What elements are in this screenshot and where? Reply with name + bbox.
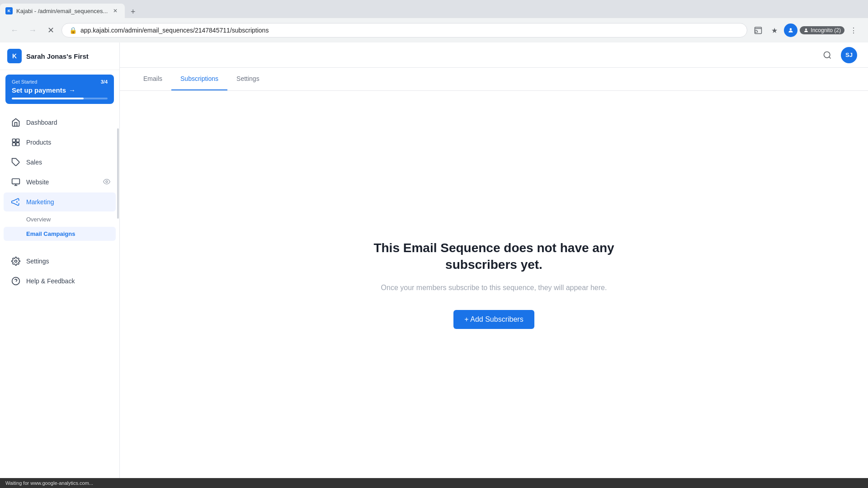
sidebar-item-settings[interactable]: Settings: [4, 252, 116, 271]
empty-state: This Email Sequence does not have any su…: [120, 91, 868, 478]
eye-icon: [103, 178, 110, 187]
incognito-profile[interactable]: [784, 23, 797, 37]
help-icon: [11, 276, 21, 286]
status-text: Waiting for www.google-analytics.com...: [5, 480, 93, 486]
top-nav: SJ: [120, 42, 868, 68]
empty-state-title: This Email Sequence does not have any su…: [359, 240, 630, 273]
add-subscribers-button[interactable]: + Add Subscribers: [453, 310, 534, 329]
svg-point-15: [824, 52, 830, 57]
empty-state-description: Once your members subscribe to this sequ…: [381, 282, 607, 294]
sidebar-subitem-label: Overview: [26, 216, 51, 223]
progress-bar: [12, 98, 108, 99]
sidebar-item-label: Dashboard: [26, 119, 57, 126]
url-text: app.kajabi.com/admin/email_sequences/214…: [80, 27, 740, 34]
forward-button[interactable]: →: [25, 23, 40, 38]
progress-fill: [12, 98, 84, 99]
sidebar-item-label: Website: [26, 178, 49, 186]
main-content: SJ Emails Subscriptions Settings This Em…: [120, 42, 868, 478]
browser-chrome: K Kajabi - /admin/email_sequences... ✕ +…: [0, 0, 868, 42]
bookmark-icon[interactable]: ★: [767, 23, 782, 38]
monitor-icon: [11, 177, 21, 187]
svg-point-2: [805, 28, 807, 30]
url-bar[interactable]: 🔒 app.kajabi.com/admin/email_sequences/2…: [61, 23, 747, 38]
gear-icon: [11, 256, 21, 266]
app-container: K Sarah Jonas's First Get Started 3/4 Se…: [0, 42, 868, 478]
svg-line-16: [829, 56, 831, 58]
sidebar-nav: Dashboard Products Sales: [0, 108, 119, 478]
tab-bar: K Kajabi - /admin/email_sequences... ✕ +: [0, 0, 868, 18]
sidebar-header: K Sarah Jonas's First: [0, 42, 119, 70]
user-avatar[interactable]: SJ: [841, 47, 857, 63]
svg-point-12: [15, 260, 17, 263]
address-bar: ← → ✕ 🔒 app.kajabi.com/admin/email_seque…: [0, 18, 868, 42]
tab-emails[interactable]: Emails: [134, 68, 171, 90]
sidebar-item-dashboard[interactable]: Dashboard: [4, 113, 116, 132]
content-area: Emails Subscriptions Settings This Email…: [120, 68, 868, 478]
sidebar-item-sales[interactable]: Sales: [4, 153, 116, 172]
new-tab-button[interactable]: +: [127, 5, 139, 18]
sidebar-item-marketing[interactable]: Marketing: [4, 192, 116, 211]
sidebar-item-products[interactable]: Products: [4, 133, 116, 152]
svg-rect-6: [16, 143, 19, 146]
incognito-label: Incognito (2): [811, 27, 841, 33]
get-started-top: Get Started 3/4: [12, 79, 108, 84]
sidebar-item-label: Sales: [26, 159, 42, 166]
tab-subscriptions[interactable]: Subscriptions: [171, 68, 227, 90]
browser-actions: ★ Incognito (2) ⋮: [751, 23, 861, 38]
tag-icon: [11, 157, 21, 167]
lock-icon: 🔒: [69, 27, 77, 34]
svg-point-11: [106, 181, 108, 183]
sidebar-subitem-overview[interactable]: Overview: [4, 212, 116, 226]
svg-rect-3: [13, 139, 16, 142]
profile-icon[interactable]: [783, 23, 798, 38]
tab-favicon: K: [5, 7, 13, 14]
sidebar: K Sarah Jonas's First Get Started 3/4 Se…: [0, 42, 120, 478]
tab-title: Kajabi - /admin/email_sequences...: [16, 8, 108, 14]
get-started-banner[interactable]: Get Started 3/4 Set up payments →: [5, 75, 114, 104]
get-started-count: 3/4: [101, 79, 108, 84]
svg-rect-8: [12, 179, 20, 184]
content-tabs: Emails Subscriptions Settings: [120, 68, 868, 91]
sidebar-item-label: Products: [26, 139, 51, 146]
megaphone-icon: [11, 197, 21, 207]
reload-button[interactable]: ✕: [43, 23, 58, 38]
get-started-title: Set up payments →: [12, 86, 108, 94]
search-button[interactable]: [819, 47, 835, 63]
svg-rect-4: [16, 139, 19, 142]
get-started-label: Get Started: [12, 79, 37, 84]
box-icon: [11, 137, 21, 147]
menu-button[interactable]: ⋮: [846, 23, 861, 38]
sidebar-scrollbar[interactable]: [117, 119, 119, 345]
sidebar-item-label: Help & Feedback: [26, 277, 75, 285]
incognito-badge: Incognito (2): [800, 26, 844, 34]
svg-rect-5: [13, 143, 16, 146]
home-icon: [11, 117, 21, 127]
back-button[interactable]: ←: [7, 23, 22, 38]
tab-settings[interactable]: Settings: [227, 68, 269, 90]
brand-name: Sarah Jonas's First: [26, 52, 89, 60]
kajabi-logo: K: [7, 49, 22, 63]
sidebar-subitem-email-campaigns[interactable]: Email Campaigns: [4, 227, 116, 241]
tab-close-button[interactable]: ✕: [111, 7, 119, 15]
cast-icon[interactable]: [751, 23, 765, 38]
status-bar: Waiting for www.google-analytics.com...: [0, 478, 868, 488]
sidebar-item-label: Marketing: [26, 198, 54, 206]
sidebar-item-label: Settings: [26, 258, 49, 265]
sidebar-item-website[interactable]: Website: [4, 173, 116, 192]
sidebar-subitem-label: Email Campaigns: [26, 230, 75, 237]
svg-point-1: [790, 28, 792, 30]
sidebar-item-help[interactable]: Help & Feedback: [4, 272, 116, 291]
active-tab[interactable]: K Kajabi - /admin/email_sequences... ✕: [0, 4, 125, 18]
